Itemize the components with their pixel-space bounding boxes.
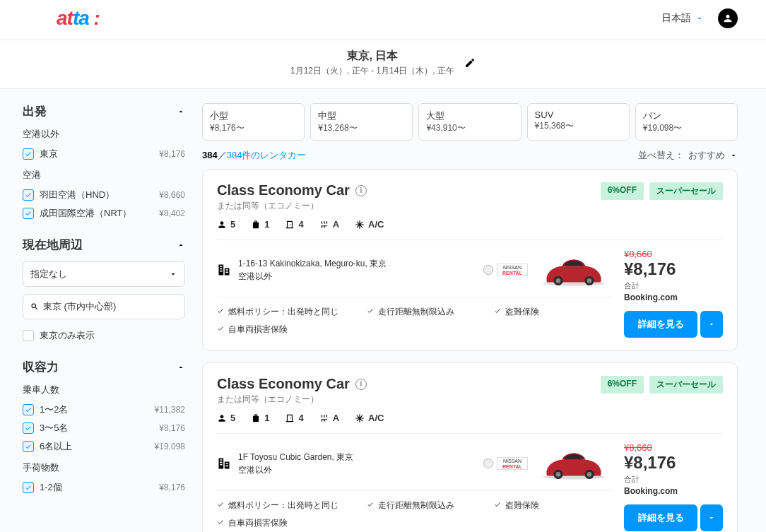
- filter-label: 東京: [40, 148, 58, 160]
- car-image: [535, 249, 613, 291]
- language-label: 日本語: [661, 12, 691, 25]
- chevron-up-icon: [177, 363, 185, 372]
- promo-badge: スーパーセール: [649, 376, 723, 394]
- car-subtitle: または同等（エコノミー）: [217, 394, 367, 406]
- chevron-down-icon: [695, 14, 704, 23]
- details-dropdown-button[interactable]: [700, 504, 723, 531]
- check-icon: [217, 307, 224, 314]
- checkbox-pax[interactable]: [23, 441, 34, 452]
- info-icon[interactable]: i: [355, 185, 367, 196]
- category-tab[interactable]: 中型¥13,268〜: [310, 103, 413, 141]
- capacity-sub-pax: 乗車人数: [23, 384, 185, 396]
- result-card: Class Economy Car i または同等（エコノミー） 6%OFFスー…: [202, 362, 738, 532]
- details-button[interactable]: 詳細を見る: [624, 311, 697, 338]
- ac-icon: [355, 413, 365, 423]
- location-select[interactable]: 指定なし: [23, 261, 185, 287]
- filter-price: ¥11,382: [155, 405, 185, 415]
- price-total-label: 合計: [624, 474, 723, 485]
- filter-label: 3〜5名: [40, 422, 68, 435]
- main-content: 小型¥8,176〜中型¥13,268〜大型¥43,910〜SUV¥15,368〜…: [202, 103, 738, 532]
- filter-price: ¥8,176: [159, 483, 185, 492]
- car-subtitle: または同等（エコノミー）: [217, 200, 367, 212]
- feature-item: 自車両損害保険: [217, 324, 316, 336]
- filter-label: 1〜2名: [40, 403, 68, 416]
- departure-sub-airport: 空港: [23, 169, 185, 182]
- feature-item: 盗難保険: [494, 500, 593, 512]
- transmission-icon: [319, 220, 329, 230]
- chevron-up-icon: [177, 241, 185, 249]
- check-icon: [217, 501, 224, 508]
- check-icon: [494, 501, 501, 508]
- car-title: Class Economy Car i: [217, 182, 367, 199]
- category-tab[interactable]: バン¥19,098〜: [635, 103, 738, 141]
- price: ¥8,176: [624, 259, 723, 279]
- details-dropdown-button[interactable]: [700, 311, 723, 338]
- category-tab[interactable]: 大型¥43,910〜: [418, 103, 521, 141]
- bag-icon: [251, 413, 261, 423]
- feature-item: 盗難保険: [494, 306, 593, 318]
- checkbox-bag[interactable]: [23, 482, 34, 493]
- price: ¥8,176: [624, 453, 723, 473]
- checkbox-pax[interactable]: [23, 404, 34, 415]
- category-tab[interactable]: 小型¥8,176〜: [202, 103, 305, 141]
- category-tabs: 小型¥8,176〜中型¥13,268〜大型¥43,910〜SUV¥15,368〜…: [202, 103, 738, 141]
- vendor-logo: NISSANRENTAL: [483, 264, 528, 276]
- old-price: ¥8,660: [624, 442, 723, 453]
- filter-label: 1-2個: [40, 481, 62, 494]
- chevron-up-icon: [177, 107, 185, 116]
- ac-icon: [355, 220, 365, 230]
- results-total-link[interactable]: 384件のレンタカー: [227, 150, 307, 160]
- location-input[interactable]: 東京 (市内中心部): [23, 294, 185, 319]
- feature-item: 走行距離無制限込み: [367, 306, 466, 318]
- capacity-sub-bags: 手荷物数: [23, 461, 185, 474]
- feature-item: 自車両損害保険: [217, 517, 316, 529]
- svg-point-5: [587, 278, 592, 283]
- car-specs: 5 1 4 A A/C: [217, 219, 723, 230]
- language-selector[interactable]: 日本語: [661, 12, 704, 25]
- details-button[interactable]: 詳細を見る: [624, 504, 697, 531]
- chevron-down-icon: [707, 320, 716, 329]
- result-card: Class Economy Car i または同等（エコノミー） 6%OFFスー…: [202, 169, 738, 351]
- building-icon: [217, 456, 231, 471]
- edit-icon[interactable]: [464, 57, 476, 69]
- check-icon: [367, 307, 374, 314]
- filter-location-header[interactable]: 現在地周辺: [23, 237, 185, 253]
- info-icon[interactable]: i: [355, 379, 367, 390]
- filter-label: 羽田空港（HND）: [40, 189, 114, 201]
- filter-price: ¥19,098: [155, 442, 185, 451]
- departure-sub-nonairport: 空港以外: [23, 128, 185, 141]
- person-icon: [217, 220, 227, 230]
- car-specs: 5 1 4 A A/C: [217, 413, 723, 423]
- check-icon: [494, 307, 501, 314]
- price-total-label: 合計: [624, 280, 723, 291]
- sort-selector[interactable]: 並べ替え： おすすめ: [638, 149, 738, 162]
- transmission-icon: [319, 413, 329, 423]
- feature-item: 燃料ポリシー：出発時と同じ: [217, 500, 338, 512]
- checkbox-pax[interactable]: [23, 422, 34, 434]
- svg-point-0: [483, 265, 493, 274]
- pickup-location: 1-16-13 Kakinokizaka, Meguro-ku, 東京空港以外: [238, 257, 387, 283]
- pickup-location: 1F Toyosu Cubic Garden, 東京空港以外: [238, 451, 353, 476]
- category-tab[interactable]: SUV¥15,368〜: [527, 103, 630, 141]
- filter-label: 6名以上: [40, 440, 72, 453]
- logo[interactable]: atta :: [57, 7, 100, 30]
- user-icon: [722, 13, 733, 24]
- checkbox-dep[interactable]: [23, 208, 34, 219]
- header: atta : 日本語: [0, 0, 766, 40]
- svg-point-11: [587, 472, 592, 477]
- chevron-down-icon: [729, 151, 738, 160]
- provider-name: Booking.com: [624, 486, 723, 496]
- filter-capacity-header[interactable]: 収容力: [23, 359, 185, 375]
- checkbox-tokyo-only[interactable]: [23, 330, 34, 341]
- door-icon: [285, 220, 295, 230]
- building-icon: [217, 263, 231, 277]
- filter-departure-header[interactable]: 出発: [23, 103, 185, 119]
- search-dates: 1月12日（火）, 正午 - 1月14日（木）, 正午: [290, 65, 454, 77]
- filter-price: ¥8,660: [159, 190, 185, 200]
- tokyo-only-label: 東京のみ表示: [40, 329, 95, 342]
- checkbox-dep[interactable]: [23, 148, 34, 160]
- checkbox-dep[interactable]: [23, 189, 34, 201]
- person-icon: [217, 413, 227, 423]
- sidebar: 出発 空港以外 東京¥8,176 空港 羽田空港（HND）¥8,660成田国際空…: [23, 103, 185, 532]
- user-avatar[interactable]: [718, 8, 738, 28]
